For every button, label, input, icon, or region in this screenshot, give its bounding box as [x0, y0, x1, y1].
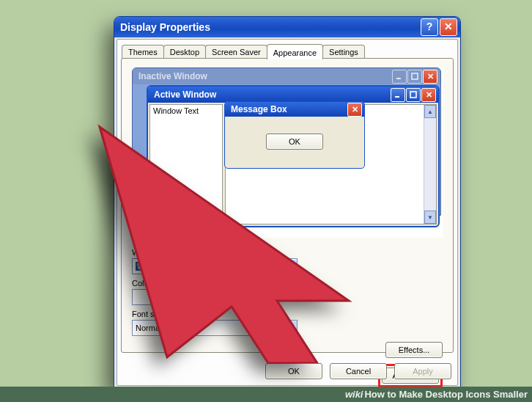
message-box-title: Message Box: [231, 104, 287, 114]
cancel-button[interactable]: Cancel: [330, 363, 387, 379]
svg-rect-3: [410, 92, 416, 98]
apply-button[interactable]: Apply: [394, 363, 451, 379]
tab-themes[interactable]: Themes: [122, 45, 164, 59]
tab-appearance[interactable]: Appearance: [267, 44, 323, 59]
appearance-controls: W Window ▼ Color: ▼ Font size: Normal ▼ …: [132, 244, 443, 346]
window-title: Display Properties: [120, 21, 210, 33]
inactive-window-titlebar: Inactive Window ✕: [133, 68, 440, 84]
help-button[interactable]: ?: [421, 18, 438, 36]
close-icon: ✕: [421, 88, 436, 102]
scrollbar[interactable]: ▲ ▼: [424, 105, 436, 224]
chevron-down-icon: ▼: [160, 290, 174, 304]
windows-and-buttons-label: W: [132, 248, 443, 257]
inactive-window-title: Inactive Window: [138, 71, 207, 81]
minimize-icon: [392, 70, 407, 84]
chevron-down-icon: ▼: [284, 321, 297, 335]
color-scheme-dropdown[interactable]: ▼: [132, 289, 174, 305]
svg-rect-1: [412, 73, 418, 79]
color-scheme-label: Color:: [132, 279, 443, 288]
active-window-titlebar: Active Window ✕: [148, 87, 438, 103]
message-box-preview: Message Box ✕ OK: [224, 101, 365, 169]
scroll-up-icon[interactable]: ▲: [424, 105, 436, 118]
windows-buttons-value: Window: [136, 262, 167, 271]
close-button[interactable]: ✕: [440, 18, 457, 36]
footer-caption: wiki How to Make Desktop Icons Smaller: [0, 387, 532, 402]
dialog-button-row: OK Cancel Apply: [117, 363, 451, 379]
windows-buttons-dropdown[interactable]: Window ▼: [132, 258, 298, 274]
minimize-icon: [391, 88, 405, 102]
footer-brand: wiki: [345, 389, 363, 400]
svg-rect-2: [395, 96, 399, 98]
font-size-dropdown[interactable]: Normal ▼: [132, 320, 298, 336]
close-icon: ✕: [347, 103, 362, 117]
font-size-label: Font size:: [132, 310, 443, 318]
active-window-title: Active Window: [154, 89, 216, 100]
chevron-down-icon: ▼: [284, 260, 297, 273]
tab-settings[interactable]: Settings: [322, 45, 365, 59]
close-icon: ✕: [423, 70, 437, 84]
display-properties-window: Display Properties ? ✕ Themes Desktop Sc…: [114, 16, 461, 389]
svg-rect-0: [396, 78, 401, 79]
client-area: Themes Desktop Screen Saver Appearance S…: [117, 39, 458, 386]
help-icon: ?: [426, 21, 433, 32]
maximize-icon: [407, 70, 422, 84]
message-box-ok-button[interactable]: OK: [266, 134, 323, 150]
maximize-icon: [406, 88, 421, 102]
footer-title: How to Make Desktop Icons Smaller: [364, 389, 528, 400]
ok-button[interactable]: OK: [265, 363, 322, 379]
tab-screensaver[interactable]: Screen Saver: [205, 45, 267, 59]
effects-button[interactable]: Effects...: [385, 342, 443, 358]
scroll-down-icon[interactable]: ▼: [424, 211, 436, 224]
appearance-panel: Inactive Window ✕ Active Window: [121, 58, 454, 353]
tab-desktop[interactable]: Desktop: [163, 45, 206, 59]
appearance-preview: Inactive Window ✕ Active Window: [132, 67, 443, 238]
titlebar[interactable]: Display Properties ? ✕: [114, 17, 460, 37]
close-icon: ✕: [444, 21, 453, 32]
window-text-area: Window Text: [149, 104, 223, 229]
tab-strip: Themes Desktop Screen Saver Appearance S…: [122, 43, 364, 59]
font-size-value: Normal: [136, 324, 161, 332]
